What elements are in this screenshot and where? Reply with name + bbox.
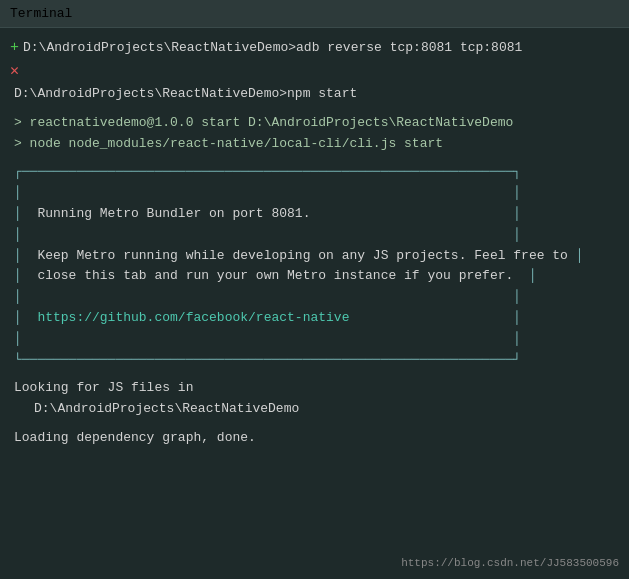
line-loading: Loading dependency graph, done. [14, 428, 619, 449]
line-npm-text: D:\AndroidProjects\ReactNativeDemo>npm s… [14, 84, 357, 105]
box-line3: │ │ [14, 225, 619, 246]
line-sub1: > reactnativedemo@1.0.0 start D:\Android… [14, 113, 619, 134]
metro-box: ┌───────────────────────────────────────… [14, 162, 619, 370]
line-looking: Looking for JS files in [14, 378, 619, 399]
title-bar: Terminal [0, 0, 629, 28]
line-adb: + D:\AndroidProjects\ReactNativeDemo>adb… [10, 36, 619, 60]
plus-icon: + [10, 36, 19, 60]
spacer4 [10, 420, 619, 428]
box-line4: │ Keep Metro running while developing on… [14, 246, 619, 267]
box-line2: │ Running Metro Bundler on port 8081. │ [14, 204, 619, 225]
terminal-body[interactable]: + D:\AndroidProjects\ReactNativeDemo>adb… [0, 28, 629, 579]
watermark: https://blog.csdn.net/JJ583500596 [401, 557, 619, 569]
box-line8: │ │ [14, 329, 619, 350]
box-top: ┌───────────────────────────────────────… [14, 162, 619, 183]
line-x: ✕ [10, 60, 619, 84]
box-line1: │ │ [14, 183, 619, 204]
box-line7: │ https://github.com/facebook/react-nati… [14, 308, 619, 329]
title-bar-text: Terminal [10, 6, 72, 21]
line-sub2: > node node_modules/react-native/local-c… [14, 134, 619, 155]
box-bot: └───────────────────────────────────────… [14, 350, 619, 371]
box-line6: │ │ [14, 287, 619, 308]
box-line5: │ close this tab and run your own Metro … [14, 266, 619, 287]
terminal-window: Terminal + D:\AndroidProjects\ReactNativ… [0, 0, 629, 579]
line-path: D:\AndroidProjects\ReactNativeDemo [34, 399, 619, 420]
line-npm: D:\AndroidProjects\ReactNativeDemo>npm s… [14, 84, 619, 105]
line-adb-text: D:\AndroidProjects\ReactNativeDemo>adb r… [23, 38, 522, 59]
spacer3 [10, 370, 619, 378]
spacer2 [10, 154, 619, 162]
spacer1 [10, 105, 619, 113]
x-icon: ✕ [10, 60, 19, 84]
